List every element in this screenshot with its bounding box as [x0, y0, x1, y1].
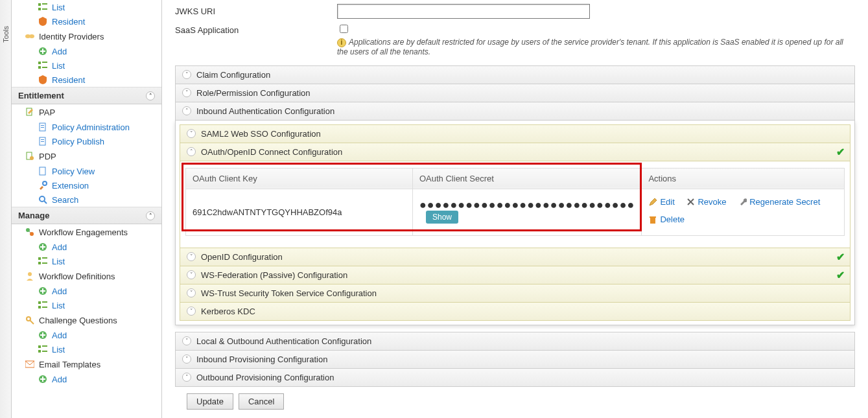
sidebar-pdp-ext-label: Extension [52, 181, 89, 191]
subaccordion-wsfed[interactable]: ˅ WS-Federation (Passive) Configuration … [180, 266, 850, 284]
accordion-inbound-auth[interactable]: ˄ Inbound Authentication Configuration [175, 102, 855, 121]
oauth-col-key: OAuth Client Key [186, 168, 413, 189]
info-icon: i [337, 38, 346, 47]
accordion-inbound-prov[interactable]: ˅ Inbound Provisioning Configuration [175, 350, 855, 369]
sidebar-pap-admin[interactable]: Policy Administration [12, 120, 161, 134]
oauth-client-secret-masked: ●●●●●●●●●●●●●●●●●●●●●●●●●●●● [419, 198, 635, 211]
sidebar-wfd-add[interactable]: Add [12, 284, 161, 298]
sidebar-wfe-add[interactable]: Add [12, 240, 161, 254]
svg-line-25 [44, 201, 47, 203]
subaccordion-oauth[interactable]: ˄ OAuth/OpenID Connect Configuration ✔ [180, 143, 850, 161]
subaccordion-wsfed-label: WS-Federation (Passive) Configuration [201, 270, 347, 280]
sidebar-pdp-search-label: Search [52, 195, 78, 205]
subaccordion-saml2[interactable]: ˅ SAML2 Web SSO Configuration [180, 124, 850, 143]
sidebar-sp-list-label: List [52, 3, 65, 12]
chevron-down-icon: ˅ [187, 288, 196, 297]
regenerate-link[interactable]: Regenerate Secret [738, 194, 820, 211]
delete-link[interactable]: Delete [648, 212, 685, 228]
document-edit-icon [25, 107, 35, 117]
document-icon [38, 122, 48, 132]
svg-rect-50 [42, 345, 47, 347]
oauth-panel: OAuth Client Key OAuth Client Secret Act… [180, 161, 850, 248]
revoke-link[interactable]: Revoke [686, 194, 726, 211]
accordion-role-label: Role/Permission Configuration [196, 88, 311, 98]
sidebar-sp-list[interactable]: List [12, 0, 161, 14]
sidebar-pdp-search[interactable]: Search [12, 192, 161, 207]
sidebar-cq-list[interactable]: List [12, 342, 161, 356]
list-icon [38, 344, 48, 354]
sidebar-section-manage[interactable]: Manage ˄ [12, 207, 161, 224]
accordion-local-outbound-label: Local & Outbound Authentication Configur… [196, 336, 371, 346]
sidebar-pdp-view[interactable]: Policy View [12, 164, 161, 178]
plus-icon [38, 242, 48, 252]
accordion-claim[interactable]: ˅ Claim Configuration [175, 65, 855, 84]
sidebar-group-idp[interactable]: Identity Providers [12, 29, 161, 44]
sidebar-wfd-list-label: List [52, 301, 65, 310]
svg-rect-16 [41, 127, 44, 128]
sidebar-group-pap[interactable]: PAP [12, 104, 161, 120]
sidebar-group-pdp[interactable]: PDP [12, 148, 161, 164]
sidebar-cq-add[interactable]: Add [12, 328, 161, 342]
accordion-outbound-prov[interactable]: ˅ Outbound Provisioning Configuration [175, 368, 855, 387]
sidebar-pap-publish[interactable]: Policy Publish [12, 134, 161, 148]
sidebar-idp-resident[interactable]: Resident [12, 73, 161, 87]
sidebar-group-wfd[interactable]: Workflow Definitions [12, 268, 161, 284]
list-icon [38, 256, 48, 266]
accordion-role[interactable]: ˅ Role/Permission Configuration [175, 84, 855, 102]
sidebar-section-manage-label: Manage [18, 211, 49, 220]
pencil-icon [648, 198, 657, 207]
sidebar-wfd-list[interactable]: List [12, 298, 161, 312]
show-secret-button[interactable]: Show [426, 211, 458, 224]
svg-rect-9 [38, 62, 41, 64]
tools-strip[interactable]: Tools [0, 0, 12, 418]
svg-rect-15 [41, 125, 44, 126]
chevron-up-icon: ˄ [146, 211, 155, 220]
sidebar-group-et[interactable]: Email Templates [12, 356, 161, 372]
jwks-uri-input[interactable] [337, 4, 590, 19]
update-button[interactable]: Update [187, 393, 233, 410]
sidebar-idp-add[interactable]: Add [12, 44, 161, 58]
oauth-col-secret: OAuth Client Secret [413, 168, 642, 189]
svg-rect-43 [42, 307, 47, 308]
jwks-uri-label: JWKS URI [175, 4, 337, 16]
sidebar-et-add[interactable]: Add [12, 372, 161, 386]
svg-rect-8 [40, 51, 45, 52]
cancel-button[interactable]: Cancel [239, 393, 284, 410]
svg-rect-40 [38, 301, 41, 304]
regenerate-label: Regenerate Secret [749, 194, 820, 211]
plus-icon [38, 330, 48, 340]
subaccordion-kerberos[interactable]: ˅ Kerberos KDC [180, 302, 850, 321]
oauth-client-secret-cell: ●●●●●●●●●●●●●●●●●●●●●●●●●●●● Show [413, 189, 642, 235]
svg-rect-1 [42, 3, 47, 5]
svg-rect-42 [38, 306, 41, 308]
revoke-label: Revoke [698, 194, 726, 211]
sidebar-sp-resident[interactable]: Resident [12, 14, 161, 29]
sidebar-section-entitlement[interactable]: Entitlement ˄ [12, 87, 161, 104]
sidebar-idp-list[interactable]: List [12, 58, 161, 73]
sidebar-group-wfe[interactable]: Workflow Engagements [12, 224, 161, 240]
svg-rect-11 [38, 66, 41, 69]
sidebar-wfe-list[interactable]: List [12, 254, 161, 268]
accordion-local-outbound[interactable]: ˅ Local & Outbound Authentication Config… [175, 332, 855, 351]
sidebar-idp-resident-label: Resident [52, 75, 85, 85]
accordion-outbound-prov-label: Outbound Provisioning Configuration [196, 373, 334, 382]
svg-rect-10 [42, 62, 47, 63]
svg-rect-34 [38, 262, 41, 264]
subaccordion-openid[interactable]: ˅ OpenID Configuration ✔ [180, 248, 850, 266]
oauth-row: 691C2hdwANTNTYTGQYHHABZOf94a ●●●●●●●●●●●… [186, 189, 845, 235]
sidebar-sp-resident-label: Resident [52, 17, 85, 27]
accordion-inbound-auth-label: Inbound Authentication Configuration [196, 106, 334, 116]
svg-rect-33 [42, 257, 47, 259]
subaccordion-wstrust[interactable]: ˅ WS-Trust Security Token Service Config… [180, 284, 850, 303]
sidebar-pdp-ext[interactable]: Extension [12, 178, 161, 192]
handshake-icon [25, 31, 35, 41]
svg-rect-2 [38, 8, 41, 10]
sidebar-idp-list-label: List [52, 61, 65, 71]
oauth-client-key: 691C2hdwANTNTYTGQYHHABZOf94a [186, 189, 413, 235]
saas-checkbox[interactable] [340, 25, 348, 33]
sidebar-group-cq[interactable]: Challenge Questions [12, 312, 161, 328]
edit-link[interactable]: Edit [648, 194, 674, 211]
chevron-down-icon: ˅ [182, 88, 191, 97]
saas-label: SaaS Application [175, 23, 337, 35]
search-icon [38, 194, 48, 205]
